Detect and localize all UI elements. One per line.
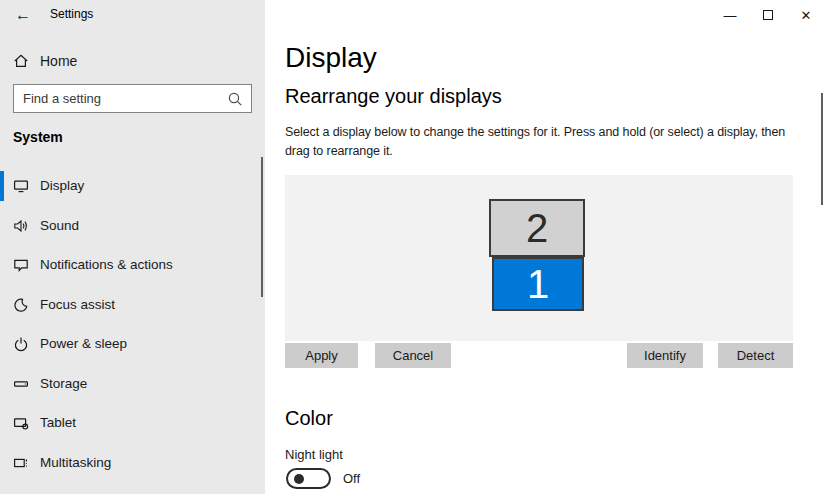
sidebar-item-label: Power & sleep [40, 336, 127, 351]
rearrange-description: Select a display below to change the set… [285, 123, 801, 161]
multitasking-icon [13, 455, 29, 471]
sidebar-item-focus-assist[interactable]: Focus assist [0, 288, 265, 322]
close-icon: ✕ [801, 8, 812, 23]
toggle-knob [294, 474, 304, 484]
monitor-1[interactable]: 1 [492, 257, 584, 311]
sidebar-item-label: Notifications & actions [40, 257, 173, 272]
apply-button[interactable]: Apply [285, 343, 358, 368]
search-input[interactable] [23, 91, 218, 106]
identify-button[interactable]: Identify [627, 343, 703, 368]
app-title: Settings [50, 7, 93, 21]
selected-accent-bar [0, 171, 4, 201]
search-icon[interactable] [227, 91, 243, 107]
maximize-icon [763, 10, 773, 20]
sidebar-scrollbar[interactable] [261, 157, 263, 297]
storage-icon [13, 376, 29, 392]
detect-button[interactable]: Detect [718, 343, 793, 368]
monitor-2[interactable]: 2 [489, 199, 585, 257]
notifications-icon [13, 257, 29, 273]
tablet-icon [13, 415, 29, 431]
night-light-state: Off [343, 471, 360, 486]
sidebar-item-label: Sound [40, 218, 79, 233]
monitor-1-number: 1 [527, 264, 549, 304]
sidebar-item-label: Home [40, 53, 77, 69]
display-arrangement-panel: 2 1 [285, 175, 793, 341]
sidebar-item-power-sleep[interactable]: Power & sleep [0, 327, 265, 361]
maximize-button[interactable] [749, 0, 787, 30]
minimize-icon: — [724, 8, 737, 23]
minimize-button[interactable]: — [711, 0, 749, 30]
sidebar-item-storage[interactable]: Storage [0, 367, 265, 401]
sidebar-item-multitasking[interactable]: Multitasking [0, 446, 265, 480]
close-button[interactable]: ✕ [787, 0, 825, 30]
sidebar-item-tablet[interactable]: Tablet [0, 406, 265, 440]
rearrange-section-title: Rearrange your displays [285, 85, 502, 108]
sidebar-item-label: Tablet [40, 415, 76, 430]
home-icon [13, 53, 29, 69]
cancel-button[interactable]: Cancel [375, 343, 451, 368]
back-arrow-icon: ← [15, 6, 31, 24]
sidebar-item-home[interactable]: Home [0, 46, 265, 78]
sidebar: ← Settings Home System [0, 0, 265, 494]
night-light-toggle[interactable] [286, 468, 331, 489]
sidebar-item-label: Storage [40, 376, 87, 391]
back-button[interactable]: ← [8, 3, 38, 27]
power-icon [13, 336, 29, 352]
settings-window: ← Settings Home System [0, 0, 825, 494]
sidebar-section-system: System [13, 129, 63, 145]
sidebar-item-display[interactable]: Display [0, 169, 265, 203]
sound-icon [13, 218, 29, 234]
sidebar-item-label: Multitasking [40, 455, 111, 470]
monitor-2-number: 2 [526, 208, 548, 248]
sidebar-item-label: Display [40, 178, 84, 193]
main-scrollbar[interactable] [821, 93, 823, 205]
color-section-title: Color [285, 407, 333, 430]
focus-assist-icon [13, 297, 29, 313]
sidebar-item-sound[interactable]: Sound [0, 209, 265, 243]
sidebar-item-label: Focus assist [40, 297, 115, 312]
display-icon [13, 178, 29, 194]
night-light-label: Night light [285, 447, 343, 462]
sidebar-item-notifications[interactable]: Notifications & actions [0, 248, 265, 282]
page-title: Display [285, 42, 377, 74]
search-box [13, 84, 252, 113]
